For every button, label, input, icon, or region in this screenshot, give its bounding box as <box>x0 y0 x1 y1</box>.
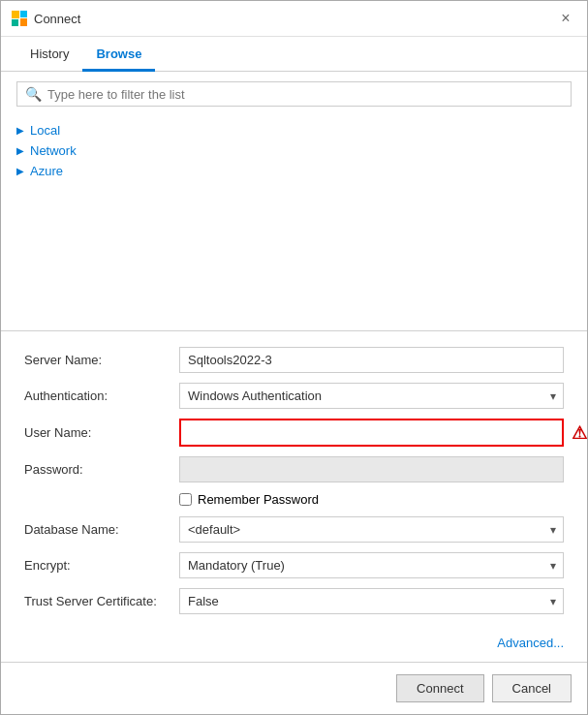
search-icon: 🔍 <box>25 86 42 102</box>
app-icon <box>11 10 28 27</box>
cancel-button[interactable]: Cancel <box>492 674 572 702</box>
trust-cert-select[interactable]: False True <box>179 588 564 614</box>
username-control: ⚠ <box>179 419 564 447</box>
tab-browse[interactable]: Browse <box>82 37 155 72</box>
authentication-row: Authentication: Windows Authentication S… <box>24 383 564 409</box>
server-name-label: Server Name: <box>24 353 179 367</box>
connect-window: Connect × History Browse 🔍 ▶ Local ▶ Net… <box>0 0 588 715</box>
username-row: User Name: ⚠ <box>24 419 564 447</box>
database-name-label: Database Name: <box>24 522 179 537</box>
close-button[interactable]: × <box>554 7 577 30</box>
tab-bar: History Browse <box>1 37 587 72</box>
trust-cert-label: Trust Server Certificate: <box>24 594 179 608</box>
tree-item-label: Network <box>30 143 77 158</box>
encrypt-select[interactable]: Mandatory (True) Optional (False) Strict… <box>179 552 564 578</box>
password-row: Password: <box>24 456 564 482</box>
connection-form: Server Name: Authentication: Windows Aut… <box>1 347 587 632</box>
tree-section: ▶ Local ▶ Network ▶ Azure <box>1 116 587 193</box>
tree-item-local[interactable]: ▶ Local <box>16 120 572 140</box>
server-name-control <box>179 347 564 373</box>
encrypt-select-wrapper: Mandatory (True) Optional (False) Strict… <box>179 552 564 578</box>
remember-password-checkbox[interactable] <box>179 493 192 506</box>
tree-item-network[interactable]: ▶ Network <box>16 140 572 161</box>
section-divider <box>1 330 587 331</box>
database-name-row: Database Name: <default> <box>24 516 564 543</box>
trust-cert-select-wrapper: False True <box>179 588 564 614</box>
chevron-right-icon: ▶ <box>16 125 24 136</box>
advanced-link[interactable]: Advanced... <box>497 636 564 650</box>
remember-password-row: Remember Password <box>24 492 564 507</box>
username-label: User Name: <box>24 425 179 440</box>
svg-rect-3 <box>20 18 27 26</box>
connect-button[interactable]: Connect <box>396 674 483 702</box>
tree-item-azure[interactable]: ▶ Azure <box>16 161 572 181</box>
username-input[interactable] <box>179 419 564 447</box>
password-control <box>179 456 564 482</box>
svg-rect-2 <box>12 19 18 26</box>
error-icon: ⚠ <box>572 422 587 444</box>
authentication-label: Authentication: <box>24 389 179 403</box>
authentication-select[interactable]: Windows Authentication SQL Server Authen… <box>179 383 564 409</box>
password-input <box>179 456 564 482</box>
footer-buttons: Connect Cancel <box>1 663 587 714</box>
chevron-right-icon: ▶ <box>16 145 24 156</box>
window-title: Connect <box>34 12 554 26</box>
tree-item-label: Azure <box>30 164 63 178</box>
encrypt-label: Encrypt: <box>24 558 179 573</box>
database-name-select[interactable]: <default> <box>179 516 564 543</box>
encrypt-row: Encrypt: Mandatory (True) Optional (Fals… <box>24 552 564 578</box>
server-name-input[interactable] <box>179 347 564 373</box>
password-label: Password: <box>24 462 179 477</box>
tab-history[interactable]: History <box>16 37 82 72</box>
server-name-row: Server Name: <box>24 347 564 373</box>
advanced-row: Advanced... <box>1 632 587 658</box>
search-input[interactable] <box>47 87 563 102</box>
svg-rect-0 <box>12 11 19 18</box>
tree-item-label: Local <box>30 123 60 138</box>
database-name-select-wrapper: <default> <box>179 516 564 543</box>
search-bar[interactable]: 🔍 <box>16 81 572 107</box>
chevron-right-icon: ▶ <box>16 166 24 176</box>
svg-rect-1 <box>20 11 27 17</box>
authentication-select-wrapper: Windows Authentication SQL Server Authen… <box>179 383 564 409</box>
title-bar: Connect × <box>1 1 587 37</box>
trust-cert-row: Trust Server Certificate: False True <box>24 588 564 614</box>
remember-password-label: Remember Password <box>198 492 319 507</box>
